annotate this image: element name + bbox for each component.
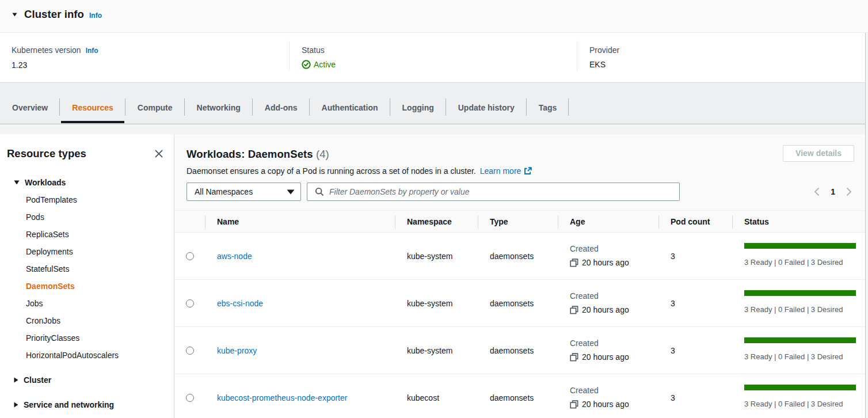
tab-tags[interactable]: Tags bbox=[527, 83, 569, 124]
tree-item-pods[interactable]: Pods bbox=[0, 208, 173, 226]
close-icon[interactable] bbox=[155, 150, 163, 158]
status-progress-bar bbox=[744, 290, 856, 296]
table-body: aws-node kube-system daemonsets Created … bbox=[175, 233, 865, 418]
tab-add-ons[interactable]: Add-ons bbox=[253, 83, 310, 124]
page-scrollbar-track[interactable] bbox=[865, 33, 868, 418]
row-radio-button[interactable] bbox=[186, 252, 194, 260]
type-cell: daemonsets bbox=[478, 252, 558, 261]
table-title: Workloads: DaemonSets bbox=[186, 148, 313, 160]
status-text: 3 Ready | 0 Failed | 3 Desired bbox=[744, 258, 865, 267]
pod-count-cell: 3 bbox=[658, 299, 732, 308]
table-row: kubecost-prometheus-node-exporter kubeco… bbox=[175, 374, 865, 418]
age-value: 20 hours ago bbox=[582, 257, 629, 268]
daemonsets-panel: Workloads: DaemonSets (4) View details D… bbox=[175, 134, 865, 418]
status-progress-bar bbox=[744, 243, 856, 249]
column-header-age[interactable]: Age bbox=[558, 211, 658, 232]
age-created-label: Created bbox=[570, 244, 658, 254]
age-value: 20 hours ago bbox=[582, 305, 629, 316]
tab-resources[interactable]: Resources bbox=[60, 83, 125, 124]
column-header-type[interactable]: Type bbox=[478, 211, 558, 232]
namespace-select-value: All Namespaces bbox=[195, 187, 287, 196]
caret-down-icon bbox=[287, 189, 295, 195]
external-link-icon bbox=[524, 167, 532, 175]
copy-icon[interactable] bbox=[570, 259, 578, 267]
status-text: 3 Ready | 0 Failed | 3 Desired bbox=[744, 352, 865, 361]
column-header-status[interactable]: Status bbox=[732, 211, 865, 232]
namespace-cell: kube-system bbox=[395, 299, 478, 308]
triangle-down-icon bbox=[14, 180, 20, 185]
daemonset-name-link[interactable]: kube-proxy bbox=[217, 346, 257, 355]
table-description: Daemonset ensures a copy of a Pod is run… bbox=[186, 166, 476, 176]
tree-item-horizontalpodautoscalers[interactable]: HorizontalPodAutoscalers bbox=[0, 347, 173, 364]
kubernetes-version-info-link[interactable]: Info bbox=[86, 45, 98, 56]
tree-item-replicasets[interactable]: ReplicaSets bbox=[0, 226, 173, 243]
provider-field: Provider EKS bbox=[589, 33, 619, 70]
daemonset-name-link[interactable]: aws-node bbox=[217, 252, 252, 261]
status-value: Active bbox=[314, 59, 336, 70]
cluster-tabs: OverviewResourcesComputeNetworkingAdd-on… bbox=[0, 83, 868, 124]
tree-item-statefulsets[interactable]: StatefulSets bbox=[0, 260, 173, 278]
pagination: 1 bbox=[813, 186, 853, 197]
previous-page-icon[interactable] bbox=[813, 186, 821, 197]
resource-types-tree: Workloads PodTemplatesPodsReplicaSetsDep… bbox=[0, 174, 173, 413]
daemonset-name-link[interactable]: kubecost-prometheus-node-exporter bbox=[217, 393, 347, 402]
row-radio-button[interactable] bbox=[186, 394, 194, 402]
provider-label: Provider bbox=[589, 45, 619, 55]
copy-icon[interactable] bbox=[570, 306, 578, 314]
cluster-info-info-link[interactable]: Info bbox=[89, 12, 102, 20]
pod-count-cell: 3 bbox=[658, 346, 732, 355]
table-row: kube-proxy kube-system daemonsets Create… bbox=[175, 327, 865, 374]
tree-item-jobs[interactable]: Jobs bbox=[0, 295, 173, 312]
daemonset-name-link[interactable]: ebs-csi-node bbox=[217, 299, 263, 308]
row-radio-button[interactable] bbox=[186, 299, 194, 307]
triangle-right-icon bbox=[14, 402, 18, 408]
namespace-cell: kube-system bbox=[395, 252, 478, 261]
filter-search-input[interactable] bbox=[329, 187, 673, 196]
column-divider bbox=[289, 41, 290, 71]
age-created-label: Created bbox=[570, 385, 658, 396]
kubernetes-version-label: Kubernetes version bbox=[12, 45, 81, 55]
tab-logging[interactable]: Logging bbox=[390, 83, 446, 124]
tree-item-deployments[interactable]: Deployments bbox=[0, 243, 173, 260]
section-collapse-caret-icon[interactable] bbox=[12, 13, 17, 17]
tree-item-priorityclasses[interactable]: PriorityClasses bbox=[0, 329, 173, 347]
pod-count-cell: 3 bbox=[658, 252, 732, 261]
column-divider bbox=[577, 41, 577, 71]
tree-group-service-and-networking[interactable]: Service and networking bbox=[0, 396, 173, 413]
namespace-cell: kubecost bbox=[395, 393, 478, 402]
cluster-info-header: Cluster info Info bbox=[0, 0, 868, 33]
selection-column-header bbox=[175, 211, 205, 232]
column-header-name[interactable]: Name bbox=[205, 211, 395, 232]
namespace-cell: kube-system bbox=[395, 346, 478, 355]
tab-update-history[interactable]: Update history bbox=[446, 83, 527, 124]
tree-group-cluster[interactable]: Cluster bbox=[0, 371, 173, 389]
copy-icon[interactable] bbox=[570, 353, 578, 362]
tab-authentication[interactable]: Authentication bbox=[310, 83, 390, 124]
row-radio-button[interactable] bbox=[186, 347, 194, 355]
namespace-select[interactable]: All Namespaces bbox=[186, 183, 301, 201]
tab-compute[interactable]: Compute bbox=[125, 83, 185, 124]
tree-item-daemonsets[interactable]: DaemonSets bbox=[0, 278, 173, 295]
age-created-label: Created bbox=[570, 338, 658, 349]
tree-group-workloads[interactable]: Workloads bbox=[0, 174, 173, 191]
column-header-namespace[interactable]: Namespace bbox=[395, 211, 478, 232]
column-header-pod-count[interactable]: Pod count bbox=[658, 211, 732, 232]
learn-more-link[interactable]: Learn more bbox=[480, 166, 532, 176]
tab-networking[interactable]: Networking bbox=[185, 83, 253, 124]
tree-item-cronjobs[interactable]: CronJobs bbox=[0, 312, 173, 329]
status-progress-bar bbox=[744, 385, 856, 390]
view-details-button[interactable]: View details bbox=[783, 145, 854, 162]
status-text: 3 Ready | 0 Failed | 3 Desired bbox=[744, 400, 865, 408]
next-page-icon[interactable] bbox=[845, 186, 853, 197]
table-row: ebs-csi-node kube-system daemonsets Crea… bbox=[175, 280, 865, 327]
tree-item-podtemplates[interactable]: PodTemplates bbox=[0, 191, 173, 208]
copy-icon[interactable] bbox=[570, 400, 578, 409]
status-field: Status Active bbox=[302, 33, 336, 70]
pod-count-cell: 3 bbox=[658, 393, 732, 402]
table-row: aws-node kube-system daemonsets Created … bbox=[175, 233, 865, 280]
page-number[interactable]: 1 bbox=[831, 187, 835, 196]
kubernetes-version-field: Kubernetes version Info 1.23 bbox=[12, 33, 98, 70]
tab-overview[interactable]: Overview bbox=[0, 83, 60, 124]
table-header-row: NameNamespaceTypeAgePod countStatus bbox=[175, 210, 865, 233]
triangle-right-icon bbox=[14, 377, 18, 383]
